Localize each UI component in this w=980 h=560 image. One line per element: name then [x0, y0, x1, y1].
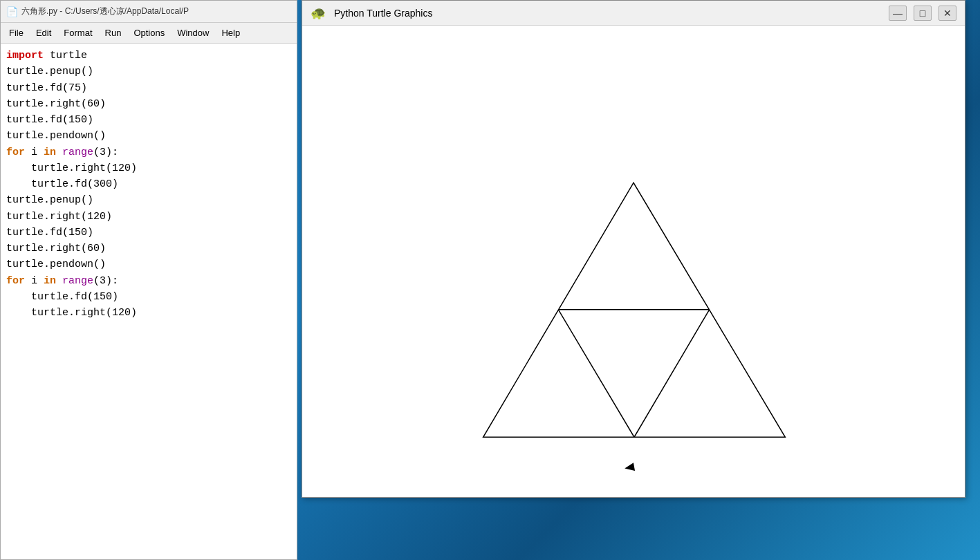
menu-format[interactable]: Format: [58, 26, 98, 39]
editor-menubar: File Edit Format Run Options Window Help: [1, 23, 297, 44]
turtle-canvas: [302, 26, 965, 497]
menu-run[interactable]: Run: [100, 26, 127, 39]
code-line-5: turtle.fd(150): [6, 112, 291, 128]
menu-help[interactable]: Help: [216, 26, 246, 39]
code-line-10: turtle.penup(): [6, 192, 291, 208]
turtle-cursor: [624, 463, 635, 472]
code-line-2: turtle.penup(): [6, 64, 291, 80]
turtle-window-title: Python Turtle Graphics: [334, 8, 882, 19]
menu-options[interactable]: Options: [128, 26, 170, 39]
code-line-1: import turtle: [6, 48, 291, 64]
code-line-4: turtle.right(60): [6, 96, 291, 112]
editor-icon: 📄: [6, 6, 17, 17]
close-button[interactable]: ✕: [939, 6, 956, 21]
turtle-icon: 🐢: [311, 6, 326, 21]
menu-window[interactable]: Window: [172, 26, 214, 39]
code-line-12: turtle.fd(150): [6, 225, 291, 241]
code-line-8: turtle.right(120): [6, 160, 291, 176]
editor-titlebar: 📄 六角形.py - C:/Users/透心凉/AppData/Local/P: [1, 1, 297, 23]
code-line-16: turtle.fd(150): [6, 289, 291, 305]
code-line-11: turtle.right(120): [6, 209, 291, 225]
maximize-button[interactable]: □: [914, 6, 932, 21]
editor-code-area[interactable]: import turtle turtle.penup() turtle.fd(7…: [1, 44, 297, 559]
turtle-drawing-svg: [302, 26, 965, 497]
code-line-7: for i in range(3):: [6, 144, 291, 160]
menu-edit[interactable]: Edit: [30, 26, 57, 39]
inner-divider-right: [634, 310, 710, 437]
svg-marker-0: [624, 463, 635, 472]
code-line-13: turtle.right(60): [6, 241, 291, 256]
code-line-15: for i in range(3):: [6, 273, 291, 289]
menu-file[interactable]: File: [3, 26, 29, 39]
inner-divider-left: [558, 310, 634, 437]
code-line-9: turtle.fd(300): [6, 176, 291, 192]
editor-title: 六角形.py - C:/Users/透心凉/AppData/Local/P: [21, 6, 189, 17]
code-line-14: turtle.pendown(): [6, 256, 291, 272]
turtle-graphics-window: 🐢 Python Turtle Graphics — □ ✕: [302, 0, 965, 498]
code-line-17: turtle.right(120): [6, 305, 291, 321]
minimize-button[interactable]: —: [889, 6, 907, 21]
code-line-6: turtle.pendown(): [6, 128, 291, 144]
editor-window: 📄 六角形.py - C:/Users/透心凉/AppData/Local/P …: [0, 0, 297, 560]
turtle-titlebar: 🐢 Python Turtle Graphics — □ ✕: [302, 1, 965, 26]
code-line-3: turtle.fd(75): [6, 80, 291, 96]
